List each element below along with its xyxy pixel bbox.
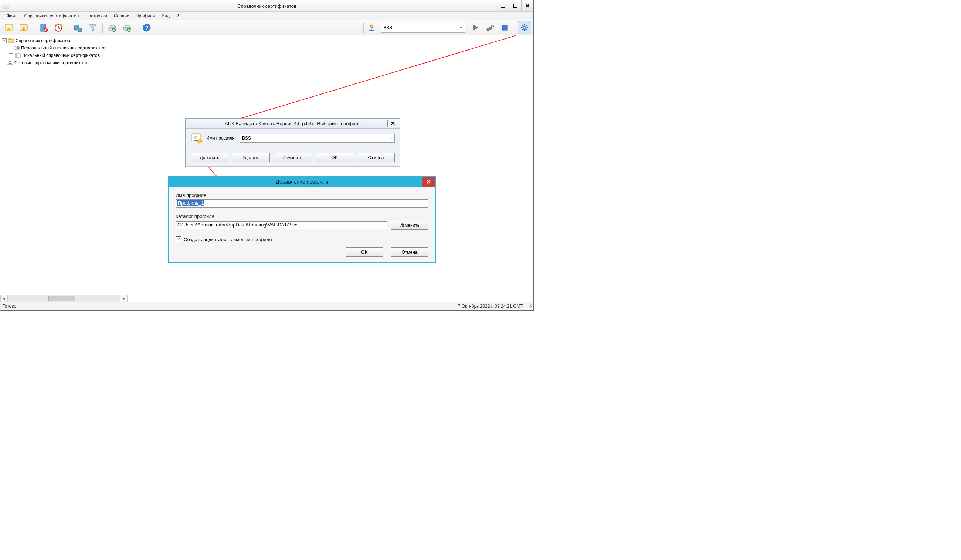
profile-icon [191, 132, 202, 144]
tree-network[interactable]: Сетевые справочники сертификатов [2, 59, 126, 66]
dialog1-cancel-button[interactable]: Отмена [357, 153, 395, 162]
svg-line-55 [231, 35, 516, 121]
scroll-thumb[interactable] [48, 295, 75, 302]
menu-profiles[interactable]: Профили [132, 13, 158, 19]
tree[interactable]: − Справочник сертификатов Персональный с… [0, 35, 127, 295]
menu-file[interactable]: Файл [3, 13, 21, 19]
tool-cert-warn-2-icon[interactable]: ! [18, 21, 31, 34]
dialog1-profile-value: BSS [242, 136, 251, 141]
cert-personal-icon [14, 45, 19, 51]
titlebar: Справочник сертификатов [0, 0, 534, 12]
main-window: Справочник сертификатов Файл Справочник … [0, 0, 534, 311]
scroll-left-icon[interactable]: ◂ [0, 295, 8, 302]
scroll-right-icon[interactable]: ▸ [120, 295, 127, 302]
dialog1-ok-button[interactable]: OK [316, 153, 354, 162]
menu-service[interactable]: Сервис [111, 13, 132, 19]
svg-text:?: ? [145, 25, 149, 30]
dialog2-name-label: Имя профиля: [175, 193, 428, 198]
dialog-add-profile: Добавление профиля Имя профиля: Профиль_… [168, 176, 436, 263]
svg-line-39 [526, 25, 527, 26]
chevron-down-icon: ▾ [458, 24, 464, 30]
dialog1-delete-button[interactable]: Удалить [232, 153, 270, 162]
tree-network-label: Сетевые справочники сертификатов [14, 60, 90, 66]
tool-db-icon[interactable] [71, 21, 85, 34]
folder-icon [8, 38, 14, 43]
tool-clock-icon[interactable] [52, 21, 65, 34]
tool-drive-down-icon[interactable] [106, 21, 119, 34]
dialog2-titlebar[interactable]: Добавление профиля [169, 177, 435, 186]
svg-point-41 [524, 27, 525, 29]
sidebar: − Справочник сертификатов Персональный с… [0, 35, 128, 302]
dialog2-change-button[interactable]: Изменить [391, 220, 428, 230]
svg-marker-28 [473, 25, 478, 30]
tool-gear-icon[interactable] [518, 21, 531, 34]
toolbar-profile-value: BSS [383, 25, 392, 30]
scroll-track[interactable] [8, 295, 120, 302]
tool-book-icon[interactable] [37, 21, 50, 34]
dialog1-title: АПК Валидата Клиент. Версия 4.0 (x64) - … [186, 121, 400, 126]
collapse-icon[interactable]: − [2, 39, 6, 43]
resize-grip-icon[interactable] [526, 304, 534, 309]
tool-drive-down-2-icon[interactable] [121, 21, 134, 34]
maximize-button[interactable] [509, 0, 521, 11]
minimize-button[interactable] [497, 0, 509, 11]
dialog2-catalog-input[interactable]: C:\Users\Administrator\AppData\Roaming\V… [175, 221, 387, 229]
content-pane: АПК Валидата Клиент. Версия 4.0 (x64) - … [128, 35, 534, 302]
tool-user-icon[interactable] [366, 21, 377, 34]
dialog2-cancel-button[interactable]: Отмена [391, 247, 428, 257]
menu-view[interactable]: Вид [158, 13, 173, 19]
tree-personal[interactable]: Персональный справочник сертификатов [2, 44, 126, 52]
svg-rect-30 [491, 25, 493, 27]
dialog1-change-button[interactable]: Изменить [273, 153, 311, 162]
svg-point-18 [78, 30, 82, 32]
svg-rect-1 [513, 4, 517, 8]
svg-text:!: ! [23, 28, 24, 31]
svg-rect-43 [8, 39, 11, 40]
svg-rect-50 [18, 55, 20, 55]
svg-point-27 [370, 25, 373, 28]
close-button[interactable] [521, 0, 534, 11]
tree-root[interactable]: − Справочник сертификатов [2, 37, 126, 44]
menu-cert-ref[interactable]: Справочник сертификатов [21, 13, 82, 19]
dialog2-subdir-label: Создать подкаталог с именем профиля [184, 237, 272, 242]
tool-usb-icon[interactable] [484, 21, 497, 34]
menu-help[interactable]: ? [173, 13, 182, 19]
svg-point-54 [9, 61, 11, 62]
tool-help-icon[interactable]: ? [140, 21, 153, 34]
svg-point-11 [55, 24, 57, 26]
tool-stop-icon[interactable] [498, 21, 511, 34]
svg-line-38 [526, 29, 527, 30]
dialog1-close-button[interactable] [387, 120, 399, 127]
sidebar-hscroll[interactable]: ◂ ▸ [0, 295, 127, 302]
dialog1-titlebar[interactable]: АПК Валидата Клиент. Версия 4.0 (x64) - … [186, 119, 400, 128]
tree-local-label: Локальный справочник сертификатов [22, 53, 100, 58]
svg-rect-49 [16, 54, 18, 56]
tool-play-icon[interactable] [469, 21, 482, 34]
svg-point-45 [15, 47, 17, 49]
dialog2-subdir-checkbox[interactable]: ✓ [175, 236, 182, 242]
cert-network-icon [7, 60, 13, 66]
dialog1-add-button[interactable]: Добавить [191, 153, 228, 162]
tree-personal-label: Персональный справочник сертификатов [21, 45, 106, 51]
toolbar: ! ! ? [0, 20, 534, 35]
svg-rect-0 [501, 7, 505, 8]
status-datetime: 7 Октябрь 2022 г. 09:24:21 GMT [455, 302, 526, 310]
dialog2-ok-button[interactable]: OK [346, 247, 383, 257]
expand-icon[interactable]: + [8, 53, 13, 58]
tree-local[interactable]: + Локальный справочник сертификатов [2, 52, 126, 59]
dialog2-close-button[interactable] [423, 177, 435, 186]
window-title: Справочник сертификатов [0, 3, 534, 9]
dialog2-name-input[interactable]: Профиль_1 [175, 199, 428, 208]
svg-point-59 [198, 139, 202, 143]
svg-point-58 [194, 136, 197, 138]
toolbar-profile-combo[interactable]: BSS ▾ [381, 23, 465, 32]
tool-cert-warn-1-icon[interactable]: ! [3, 21, 16, 34]
menu-settings[interactable]: Настройки [82, 13, 111, 19]
annotation-arrows [128, 35, 534, 304]
svg-rect-47 [17, 48, 19, 49]
status-empty-cell [415, 302, 455, 310]
app-icon [3, 3, 9, 9]
dialog1-profile-combo[interactable]: BSS ⌄ [239, 134, 395, 143]
svg-point-23 [124, 26, 130, 28]
tool-funnel-icon[interactable] [86, 21, 100, 34]
